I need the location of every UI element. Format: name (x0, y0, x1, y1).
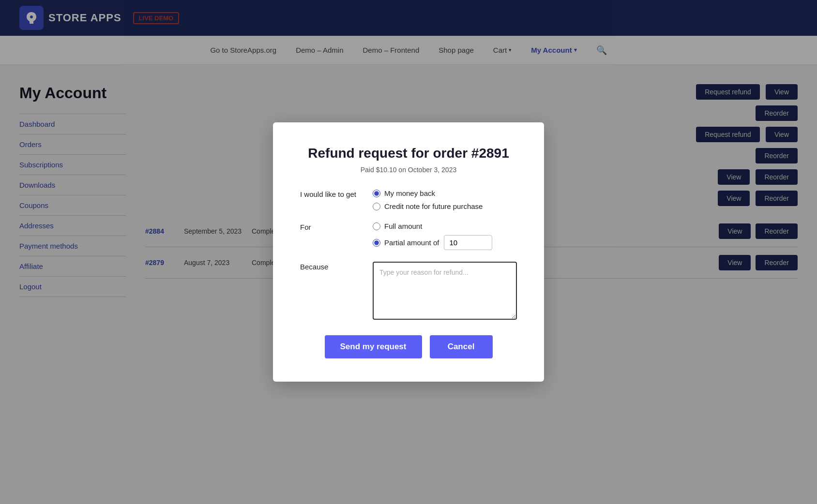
send-request-button[interactable]: Send my request (325, 335, 422, 358)
modal-subtitle: Paid $10.10 on October 3, 2023 (300, 166, 517, 174)
amount-type-label: For (300, 222, 363, 231)
reason-textarea[interactable] (373, 262, 517, 320)
because-label: Because (300, 262, 363, 271)
radio-credit-note-input[interactable] (373, 203, 380, 210)
refund-modal: Refund request for order #2891 Paid $10.… (273, 122, 544, 382)
refund-type-controls: My money back Credit note for future pur… (373, 189, 517, 210)
radio-partial-label: Partial amount of (384, 238, 439, 247)
cancel-button[interactable]: Cancel (430, 335, 493, 358)
radio-credit-note[interactable]: Credit note for future purchase (373, 202, 517, 210)
radio-full-amount-input[interactable] (373, 222, 380, 230)
radio-money-back-input[interactable] (373, 190, 380, 197)
amount-type-controls: Full amount Partial amount of (373, 222, 517, 250)
amount-type-row: For Full amount Partial amount of (300, 222, 517, 250)
radio-money-back-label: My money back (384, 189, 435, 197)
modal-overlay: Refund request for order #2891 Paid $10.… (0, 0, 817, 504)
partial-amount-row: Partial amount of (373, 235, 517, 250)
refund-type-row: I would like to get My money back Credit… (300, 189, 517, 210)
radio-full-amount[interactable]: Full amount (373, 222, 517, 230)
radio-partial-amount[interactable]: Partial amount of (373, 238, 439, 247)
reason-controls (373, 262, 517, 320)
radio-credit-note-label: Credit note for future purchase (384, 202, 483, 210)
radio-full-amount-label: Full amount (384, 222, 422, 230)
modal-buttons: Send my request Cancel (300, 335, 517, 358)
partial-amount-input[interactable] (444, 235, 492, 250)
modal-title: Refund request for order #2891 (300, 146, 517, 161)
radio-partial-amount-input[interactable] (373, 239, 380, 247)
reason-row: Because (300, 262, 517, 320)
refund-type-label: I would like to get (300, 189, 363, 198)
radio-money-back[interactable]: My money back (373, 189, 517, 197)
